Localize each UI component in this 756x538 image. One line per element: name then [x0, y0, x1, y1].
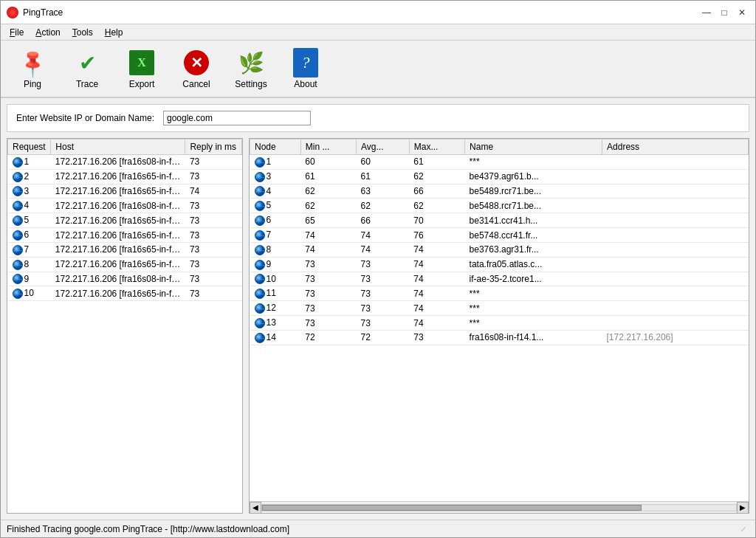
cell-name: be3763.agr31.fr... — [465, 242, 602, 257]
table-row[interactable]: 7 172.217.16.206 [fra16s65-in-f1... 73 — [8, 242, 242, 257]
export-icon: X — [127, 48, 157, 77]
scroll-right-arrow[interactable]: ▶ — [737, 502, 749, 514]
cell-avg: 73 — [357, 257, 410, 272]
col-reply: Reply in ms — [185, 139, 242, 155]
cell-reply: 73 — [185, 242, 242, 257]
cell-reply: 73 — [185, 169, 242, 184]
menu-tools[interactable]: Tools — [66, 26, 99, 38]
col-max: Max... — [409, 139, 464, 155]
cell-name: tata.fra05.atlas.c... — [465, 257, 602, 272]
scroll-left-arrow[interactable]: ◀ — [250, 502, 261, 514]
globe-icon — [255, 289, 265, 299]
trace-button[interactable]: ✔ Trace — [61, 44, 113, 93]
export-label: Export — [129, 79, 155, 89]
cell-avg: 63 — [357, 184, 410, 199]
cell-node: 10 — [250, 272, 301, 286]
cell-node: 6 — [250, 213, 301, 228]
main-content: Request Host Reply in ms 1 172.217.16.20… — [1, 138, 755, 520]
cell-reply: 73 — [185, 199, 242, 213]
ping-icon: 📌 — [18, 48, 47, 77]
table-row[interactable]: 6 65 66 70 be3141.ccr41.h... — [250, 213, 749, 228]
scroll-thumb[interactable] — [262, 505, 642, 511]
cell-reply: 74 — [185, 184, 242, 199]
cell-max: 66 — [409, 184, 464, 199]
cell-avg: 62 — [357, 199, 410, 213]
table-row[interactable]: 8 172.217.16.206 [fra16s65-in-f1... 73 — [8, 257, 242, 272]
cell-node: 9 — [250, 257, 301, 272]
cell-name: if-ae-35-2.tcore1... — [465, 272, 602, 286]
table-row[interactable]: 9 172.217.16.206 [fra16s08-in-f1... 73 — [8, 272, 242, 286]
table-row[interactable]: 9 73 73 74 tata.fra05.atlas.c... — [250, 257, 749, 272]
close-button[interactable]: ✕ — [735, 6, 749, 19]
table-row[interactable]: 11 73 73 74 *** — [250, 286, 749, 301]
cell-host: 172.217.16.206 [fra16s65-in-f1... — [51, 286, 185, 301]
table-row[interactable]: 3 61 61 62 be4379.agr61.b... — [250, 169, 749, 184]
left-table-scroll[interactable]: Request Host Reply in ms 1 172.217.16.20… — [7, 139, 242, 513]
cell-name: be3141.ccr41.h... — [465, 213, 602, 228]
table-row[interactable]: 3 172.217.16.206 [fra16s65-in-f1... 74 — [8, 184, 242, 199]
table-row[interactable]: 2 172.217.16.206 [fra16s65-in-f1... 73 — [8, 169, 242, 184]
cancel-button[interactable]: ✕ Cancel — [171, 44, 222, 93]
table-row[interactable]: 6 172.217.16.206 [fra16s65-in-f1... 73 — [8, 228, 242, 243]
globe-icon — [255, 230, 265, 241]
table-row[interactable]: 14 72 72 73 fra16s08-in-f14.1... [172.21… — [250, 330, 749, 345]
cell-max: 62 — [409, 199, 464, 213]
table-row[interactable]: 8 74 74 74 be3763.agr31.fr... — [250, 242, 749, 257]
cell-node: 1 — [250, 155, 301, 170]
resize-grip[interactable]: ⟋ — [738, 523, 749, 535]
table-row[interactable]: 1 60 60 61 *** — [250, 155, 749, 170]
cell-min: 62 — [300, 184, 356, 199]
status-text: Finished Tracing google.com PingTrace - … — [7, 524, 289, 534]
cell-avg: 74 — [357, 242, 410, 257]
maximize-button[interactable]: □ — [717, 6, 732, 19]
menu-file[interactable]: File — [4, 26, 30, 38]
cell-min: 74 — [300, 228, 356, 243]
address-label: Enter Website IP or Domain Name: — [16, 113, 154, 123]
cell-address — [602, 242, 749, 257]
globe-icon — [13, 274, 23, 284]
table-row[interactable]: 12 73 73 74 *** — [250, 301, 749, 316]
cell-address — [602, 169, 749, 184]
table-row[interactable]: 7 74 74 76 be5748.ccr41.fr... — [250, 228, 749, 243]
menu-action[interactable]: Action — [30, 26, 66, 38]
address-input[interactable] — [163, 111, 311, 125]
col-name: Name — [465, 139, 602, 155]
table-row[interactable]: 4 172.217.16.206 [fra16s08-in-f1... 73 — [8, 199, 242, 213]
cell-min: 73 — [300, 301, 356, 316]
cell-reply: 73 — [185, 213, 242, 228]
left-table-header: Request Host Reply in ms — [8, 139, 242, 155]
cell-address — [602, 301, 749, 316]
table-row[interactable]: 1 172.217.16.206 [fra16s08-in-f2... 73 — [8, 155, 242, 170]
right-table-scroll[interactable]: Node Min ... Avg... Max... Name Address … — [250, 139, 749, 501]
menu-help[interactable]: Help — [99, 26, 129, 38]
right-table-body: 1 60 60 61 *** 3 61 61 62 be4379.agr61.b… — [250, 155, 749, 345]
cell-node: 5 — [250, 199, 301, 213]
toolbar: 📌 Ping ✔ Trace X Export ✕ Cancel 🌿 Setti… — [1, 41, 755, 98]
cell-address — [602, 228, 749, 243]
cell-min: 73 — [300, 272, 356, 286]
table-row[interactable]: 5 62 62 62 be5488.rcr71.be... — [250, 199, 749, 213]
minimize-button[interactable]: — — [699, 6, 714, 19]
table-row[interactable]: 10 73 73 74 if-ae-35-2.tcore1... — [250, 272, 749, 286]
table-row[interactable]: 13 73 73 74 *** — [250, 316, 749, 331]
cell-address — [602, 257, 749, 272]
cell-max: 62 — [409, 169, 464, 184]
cell-address — [602, 199, 749, 213]
globe-icon — [255, 157, 265, 168]
globe-icon — [255, 303, 265, 314]
cell-address — [602, 272, 749, 286]
ping-button[interactable]: 📌 Ping — [7, 44, 58, 93]
cell-name: be5488.rcr71.be... — [465, 199, 602, 213]
about-button[interactable]: ? About — [280, 44, 331, 93]
cell-host: 172.217.16.206 [fra16s08-in-f1... — [51, 199, 185, 213]
table-row[interactable]: 4 62 63 66 be5489.rcr71.be... — [250, 184, 749, 199]
scroll-track[interactable] — [261, 504, 737, 511]
cell-request: 7 — [8, 242, 51, 257]
cancel-icon: ✕ — [182, 48, 211, 77]
cancel-label: Cancel — [182, 79, 210, 89]
settings-button[interactable]: 🌿 Settings — [225, 44, 277, 93]
table-row[interactable]: 5 172.217.16.206 [fra16s65-in-f1... 73 — [8, 213, 242, 228]
table-row[interactable]: 10 172.217.16.206 [fra16s65-in-f1... 73 — [8, 286, 242, 301]
horizontal-scrollbar[interactable]: ◀ ▶ — [250, 501, 749, 513]
export-button[interactable]: X Export — [116, 44, 168, 93]
